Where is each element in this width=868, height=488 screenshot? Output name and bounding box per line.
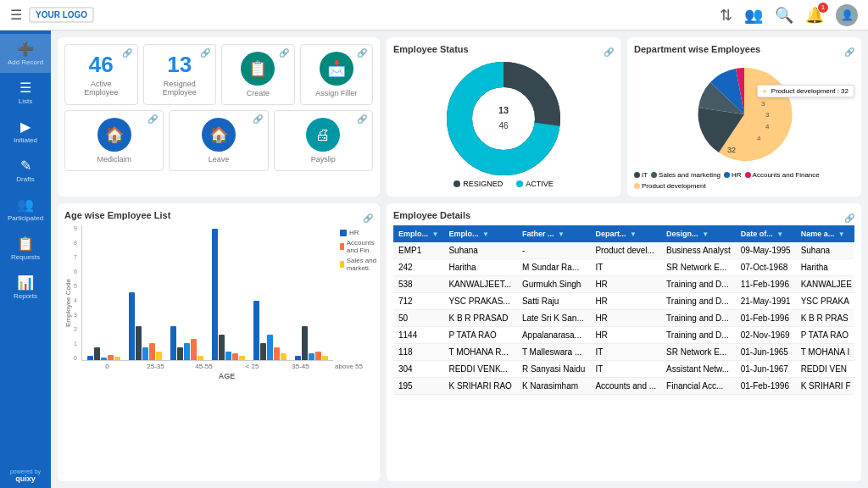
table-row[interactable]: 118T MOHANA R...T Malleswara ...ITSR Net… [393,344,854,361]
table-row[interactable]: 50K B R PRASADLate Sri K San...HRTrainin… [393,310,854,327]
dept-link[interactable]: 🔗 [844,47,854,57]
svg-text:3: 3 [765,111,770,119]
sidebar-item-lists[interactable]: ☰ Lists [0,73,51,112]
sidebar-label-requests: Requests [11,253,40,261]
table-row[interactable]: 304REDDI VENK...R Sanyasi NaiduITAssista… [393,361,854,378]
leave-card[interactable]: 🔗 🏠 Leave [169,110,268,171]
sort-date[interactable]: ▼ [776,230,783,238]
tooltip-dot: ● [763,87,767,95]
legend-hr: HR [724,171,742,179]
emp-status-link[interactable]: 🔗 [604,47,614,57]
table-row[interactable]: 712YSC PRAKAS...Satti RajuHRTraining and… [393,293,854,310]
top-bar: ☰ YOUR LOGO ⇅ 👥 🔍 🔔 1 👤 [0,0,868,30]
table-cell: M Sundar Ra... [517,259,590,276]
filter-icon[interactable]: ⇅ [720,6,732,25]
bar-hr-4 [253,301,259,360]
svg-text:4: 4 [765,123,770,130]
table-cell: - [517,242,590,259]
col-dept[interactable]: Depart... ▼ [590,225,661,242]
pie-container: 3 3 4 4 32 ● Product development : 32 [634,59,854,169]
svg-point-3 [473,88,534,149]
table-cell: YSC PRAKA [796,293,854,310]
sidebar-item-reports[interactable]: 📊 Reports [0,268,51,307]
notification-icon[interactable]: 🔔 1 [805,6,824,25]
active-employees-card[interactable]: 🔗 46 ActiveEmployee [64,44,138,105]
table-row[interactable]: 195K SRIHARI RAOK NarasimhamAccounts and… [393,378,854,395]
bar-group-35-45 [253,301,287,360]
card-link-mediclaim[interactable]: 🔗 [147,114,158,124]
sidebar-item-initiated[interactable]: ▶ Initiated [0,112,51,151]
col-date[interactable]: Date of... ▼ [736,225,796,242]
sidebar-item-add-record[interactable]: ➕ Add Record [0,34,51,73]
card-link-active[interactable]: 🔗 [122,48,132,58]
col-empname[interactable]: Emplo... ▼ [443,225,516,242]
payslip-card[interactable]: 🔗 🖨 Payslip [274,110,373,171]
bar-hr-3 [212,229,218,360]
emp-details-link[interactable]: 🔗 [844,214,854,223]
bar-group-lt25 [212,229,245,360]
card-link-resigned[interactable]: 🔗 [200,48,210,58]
sidebar-item-participated[interactable]: 👥 Participated [0,190,51,229]
col-empno[interactable]: Emplo... ▼ [393,225,443,242]
employee-table: Emplo... ▼ Emplo... ▼ Father ... ▼ Depar… [393,225,854,395]
bar-orange-0 [108,355,114,360]
sort-dept[interactable]: ▼ [630,230,637,238]
resigned-employees-card[interactable]: 🔗 13 ResignedEmployee [143,44,217,105]
bar-dark-2 [177,347,183,360]
legend-it: IT [634,171,648,179]
mediclaim-icon: 🏠 [97,118,131,152]
assign-filler-card[interactable]: 🔗 📩 Assign Filler [300,44,374,105]
bar-blue-1 [142,347,148,360]
dept-panel: Department wise Employees 🔗 [627,37,861,197]
sidebar-item-drafts[interactable]: ✎ Drafts [0,151,51,190]
table-cell: KANWALJEE [796,276,854,293]
search-icon[interactable]: 🔍 [775,6,793,25]
table-row[interactable]: 242HarithaM Sundar Ra...ITSR Network E..… [393,259,854,276]
sort-father[interactable]: ▼ [558,230,565,238]
sidebar-item-requests[interactable]: 📋 Requests [0,229,51,268]
sort-design[interactable]: ▼ [702,230,709,238]
sort-empno[interactable]: ▼ [432,230,439,238]
table-cell: IT [590,344,661,361]
table-cell: T MOHANA R... [443,344,516,361]
col-name[interactable]: Name a... ▼ [796,225,854,242]
table-cell: 11-Feb-1996 [736,276,796,293]
table-row[interactable]: 538KANWALJEET...Gurmukh SinghHRTraining … [393,276,854,293]
sort-name[interactable]: ▼ [838,230,845,238]
bar-orange-4 [274,347,280,360]
bar-orange-3 [232,353,238,360]
table-row[interactable]: 1144P TATA RAOAppalanarasa...HRTraining … [393,327,854,344]
age-chart-link[interactable]: 🔗 [363,214,373,223]
legend-active: ACTIVE [516,180,554,188]
bar-yellow-5 [322,356,328,360]
table-cell: Business Analyst [661,242,736,259]
table-row[interactable]: EMP1Suhana-Product devel...Business Anal… [393,242,854,259]
card-link-payslip[interactable]: 🔗 [357,114,367,124]
create-card[interactable]: 🔗 📋 Create [221,44,295,105]
col-father[interactable]: Father ... ▼ [517,225,590,242]
table-cell: Training and D... [661,310,736,327]
table-cell: T MOHANA I [796,344,854,361]
table-cell: Training and D... [661,276,736,293]
table-cell: SR Network E... [661,344,736,361]
table-header-row: Emplo... ▼ Emplo... ▼ Father ... ▼ Depar… [393,225,854,242]
mediclaim-card[interactable]: 🔗 🏠 Mediclaim [64,110,164,171]
card-link-leave[interactable]: 🔗 [253,114,263,124]
svg-text:4: 4 [757,135,761,142]
table-cell: 118 [393,344,443,361]
card-link-create[interactable]: 🔗 [279,48,289,58]
avatar[interactable]: 👤 [836,4,858,26]
assign-filler-label: Assign Filler [308,89,366,97]
table-cell: REDDI VEN [796,361,854,378]
bar-legend-accounts: Accounts and Fin. [340,239,380,254]
emp-details-header: Employee Details 🔗 [393,210,854,225]
table-cell: Haritha [796,259,854,276]
col-design[interactable]: Design... ▼ [661,225,736,242]
sort-empname[interactable]: ▼ [482,230,489,238]
bar-blue-2 [184,343,190,360]
hamburger-icon[interactable]: ☰ [10,7,22,23]
card-link-assign[interactable]: 🔗 [357,48,367,58]
emp-table-container[interactable]: Emplo... ▼ Emplo... ▼ Father ... ▼ Depar… [393,225,854,395]
people-icon[interactable]: 👥 [744,6,763,25]
x-axis-title: AGE [74,372,380,380]
